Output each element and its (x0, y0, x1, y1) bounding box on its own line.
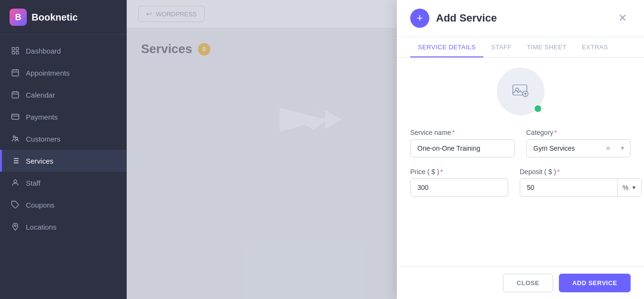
modal-tabs: SERVICE DETAILS STAFF TIME SHEET EXTRAS (397, 37, 644, 58)
sidebar-nav: Dashboard Appointments Calendar Payments (0, 35, 127, 299)
service-name-input[interactable] (410, 139, 515, 157)
service-name-group: Service name* (410, 129, 515, 157)
sidebar-item-label: Staff (26, 179, 41, 187)
tab-extras[interactable]: EXTRAS (574, 37, 616, 57)
deposit-label: Deposit ( $ )* (520, 168, 642, 176)
sidebar-item-label: Locations (26, 223, 56, 231)
modal-spacer (127, 0, 397, 299)
svg-point-7 (13, 136, 16, 138)
calendar-icon (11, 90, 20, 100)
modal-footer: CLOSE ADD SERVICE (397, 266, 644, 299)
modal-body: Service name* Category* Gym Services ✕ ▼ (397, 58, 644, 266)
deposit-unit-select[interactable]: % ▼ (617, 179, 641, 196)
modal-header: + Add Service ✕ (397, 0, 644, 37)
sidebar-item-payments[interactable]: Payments (0, 106, 127, 128)
staff-icon (11, 178, 20, 188)
svg-rect-6 (12, 114, 19, 120)
category-label: Category* (526, 129, 631, 136)
image-upload-icon (512, 81, 529, 102)
form-row-1: Service name* Category* Gym Services ✕ ▼ (410, 129, 631, 157)
avatar-active-dot (534, 104, 542, 113)
sidebar-item-services[interactable]: Services (0, 150, 127, 172)
chevron-down-icon: ▼ (615, 145, 630, 152)
svg-rect-3 (16, 52, 19, 54)
sidebar-item-label: Payments (26, 113, 58, 121)
payments-icon (11, 112, 20, 122)
logo-text: Booknetic (32, 12, 78, 23)
main-content: ↩ WORDPRESS Services 0 ‹ + Add S (127, 0, 644, 299)
form-row-2: Price ( $ )* Deposit ( $ )* % ▼ (410, 168, 631, 197)
category-select[interactable]: Gym Services ✕ ▼ (526, 139, 631, 157)
sidebar-item-label: Dashboard (26, 47, 61, 55)
close-icon[interactable]: ✕ (614, 11, 631, 25)
tab-time-sheet[interactable]: TIME SHEET (519, 37, 574, 57)
sidebar: B Booknetic Dashboard Appointments Calen… (0, 0, 127, 299)
coupons-icon (11, 200, 20, 210)
avatar-upload[interactable] (497, 67, 545, 115)
svg-rect-1 (16, 47, 19, 50)
close-button[interactable]: CLOSE (503, 274, 553, 292)
category-group: Category* Gym Services ✕ ▼ (526, 129, 631, 157)
sidebar-item-label: Calendar (26, 91, 55, 99)
sidebar-item-locations[interactable]: Locations (0, 216, 127, 238)
svg-point-8 (16, 137, 18, 140)
locations-icon (11, 222, 20, 232)
sidebar-item-calendar[interactable]: Calendar (0, 84, 127, 106)
modal-panel: + Add Service ✕ SERVICE DETAILS STAFF TI… (397, 0, 644, 299)
svg-rect-4 (12, 70, 19, 76)
customers-icon (11, 134, 20, 144)
sidebar-item-coupons[interactable]: Coupons (0, 194, 127, 216)
avatar-section (410, 67, 631, 115)
modal-add-icon: + (410, 9, 429, 28)
tab-staff[interactable]: STAFF (483, 37, 519, 57)
svg-point-17 (14, 225, 16, 227)
deposit-input[interactable] (520, 179, 617, 196)
sidebar-item-label: Appointments (26, 69, 70, 77)
dashboard-icon (11, 46, 20, 55)
svg-rect-2 (12, 52, 14, 54)
price-group: Price ( $ )* (410, 168, 508, 197)
sidebar-item-label: Services (26, 157, 54, 165)
category-clear-icon[interactable]: ✕ (601, 144, 615, 152)
svg-rect-0 (12, 47, 14, 50)
price-input[interactable] (410, 178, 508, 197)
add-service-button[interactable]: ADD SERVICE (559, 274, 631, 292)
deposit-unit-value: % (622, 184, 628, 191)
deposit-chevron-icon: ▼ (631, 185, 636, 190)
tab-service-details[interactable]: SERVICE DETAILS (410, 37, 483, 57)
deposit-group: Deposit ( $ )* % ▼ (520, 168, 642, 197)
price-label: Price ( $ )* (410, 168, 508, 176)
sidebar-logo: B Booknetic (0, 0, 127, 35)
category-value: Gym Services (527, 140, 602, 157)
modal-overlay: + Add Service ✕ SERVICE DETAILS STAFF TI… (127, 0, 644, 299)
deposit-input-wrapper: % ▼ (520, 178, 642, 197)
services-icon (11, 156, 20, 166)
svg-point-15 (14, 180, 17, 183)
sidebar-item-customers[interactable]: Customers (0, 128, 127, 150)
modal-title: Add Service (436, 12, 608, 24)
sidebar-item-appointments[interactable]: Appointments (0, 62, 127, 84)
service-name-label: Service name* (410, 129, 515, 136)
sidebar-item-dashboard[interactable]: Dashboard (0, 40, 127, 62)
sidebar-item-staff[interactable]: Staff (0, 172, 127, 194)
sidebar-item-label: Customers (26, 135, 61, 143)
logo-icon: B (10, 9, 27, 26)
sidebar-item-label: Coupons (26, 201, 55, 209)
appointments-icon (11, 68, 20, 78)
